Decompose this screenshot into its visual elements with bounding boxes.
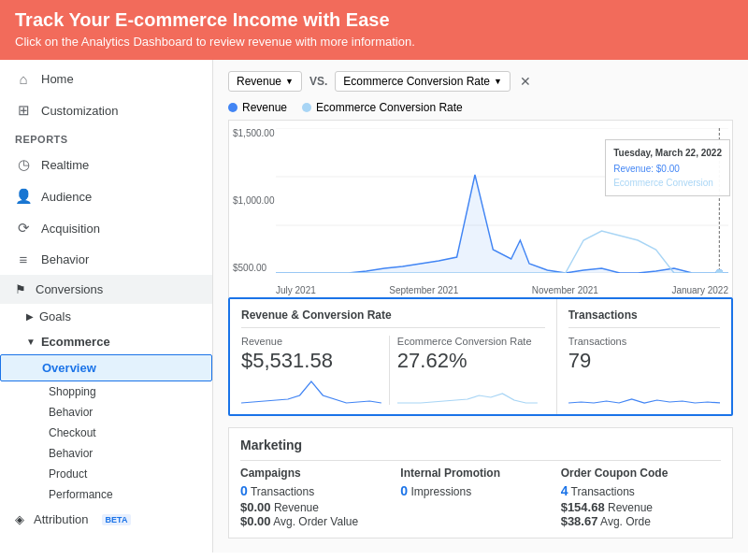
chart-tooltip: Tuesday, March 22, 2022 Revenue: $0.00 E…	[605, 139, 730, 196]
sidebar-item-ecommerce[interactable]: ▼ Ecommerce	[0, 329, 212, 354]
sidebar-item-product[interactable]: Product	[0, 464, 212, 484]
clock-icon: ◷	[15, 156, 32, 173]
stat-transactions-value: 79	[568, 349, 720, 373]
stat-transactions-chart	[568, 377, 720, 405]
sidebar-item-checkout[interactable]: Checkout	[0, 423, 212, 443]
header-title: Track Your E-commerce Income with Ease	[15, 9, 733, 31]
attribution-icon: ◈	[15, 512, 24, 526]
x-label-4: January 2022	[671, 285, 728, 295]
header-banner: Track Your E-commerce Income with Ease C…	[0, 0, 748, 60]
sidebar-item-overview[interactable]: Overview	[0, 354, 212, 381]
internal-impressions: 0 Impressions	[400, 483, 549, 498]
marketing-col-coupon: Order Coupon Code 4 Transactions $154.68…	[561, 467, 721, 528]
revenue-dropdown[interactable]: Revenue ▼	[228, 71, 302, 92]
sidebar-item-conversions[interactable]: ⚑ Conversions	[0, 275, 212, 304]
acquisition-icon: ⟳	[15, 220, 32, 237]
campaigns-label: Campaigns	[240, 467, 389, 480]
marketing-section: Marketing Campaigns 0 Transactions $0.00…	[228, 427, 733, 538]
stats-left-title: Revenue & Conversion Rate	[241, 309, 545, 328]
tooltip-revenue-label: Revenue:	[613, 164, 654, 174]
chart-x-labels: July 2021 September 2021 November 2021 J…	[276, 285, 728, 295]
svg-point-7	[715, 269, 723, 273]
marketing-col-campaigns: Campaigns 0 Transactions $0.00 Revenue $…	[240, 467, 400, 528]
sidebar-item-customization[interactable]: ⊞ Customization	[0, 94, 212, 126]
sidebar-item-audience[interactable]: 👤 Audience	[0, 180, 212, 212]
coupon-transactions: 4 Transactions	[561, 483, 710, 498]
stats-left: Revenue & Conversion Rate Revenue $5,531…	[230, 299, 557, 414]
campaigns-transactions: 0 Transactions	[240, 483, 389, 498]
close-metric-button[interactable]: ✕	[520, 74, 531, 89]
content-area: Revenue ▼ VS. Ecommerce Conversion Rate …	[213, 60, 748, 553]
marketing-row: Campaigns 0 Transactions $0.00 Revenue $…	[240, 460, 721, 528]
legend-dot-revenue	[228, 103, 237, 112]
ecr-dropdown-arrow: ▼	[494, 77, 502, 86]
vs-label: VS.	[309, 75, 327, 88]
tooltip-ecommerce: Ecommerce Conversion	[613, 176, 722, 190]
coupon-avg: $38.67 Avg. Orde	[561, 514, 710, 528]
tooltip-date: Tuesday, March 22, 2022	[613, 146, 722, 160]
sidebar-item-attribution[interactable]: ◈ Attribution BETA	[0, 505, 212, 534]
stat-ecr-label: Ecommerce Conversion Rate	[397, 336, 538, 347]
reports-section-label: REPORTS	[0, 126, 212, 149]
stat-transactions-label: Transactions	[568, 336, 720, 347]
coupon-revenue: $154.68 Revenue	[561, 500, 710, 514]
chart-legend: Revenue Ecommerce Conversion Rate	[228, 101, 733, 114]
home-icon: ⌂	[15, 71, 32, 87]
sidebar-item-goals[interactable]: ▶ Goals	[0, 304, 212, 329]
stat-ecr-value: 27.62%	[397, 349, 538, 373]
campaigns-avg: $0.00 Avg. Order Value	[240, 514, 389, 528]
marketing-col-internal: Internal Promotion 0 Impressions	[400, 467, 560, 528]
sidebar-item-home[interactable]: ⌂ Home	[0, 64, 212, 94]
sidebar-item-shopping[interactable]: Shopping	[0, 381, 212, 402]
main-layout: ⌂ Home ⊞ Customization REPORTS ◷ Realtim…	[0, 60, 748, 553]
ecommerce-arrow-icon: ▼	[26, 337, 36, 347]
goals-arrow-icon: ▶	[26, 311, 34, 322]
sidebar-item-behavior-sub[interactable]: Behavior	[0, 402, 212, 423]
campaigns-revenue: $0.00 Revenue	[240, 500, 389, 514]
legend-dot-ecr	[302, 103, 311, 112]
stats-right: Transactions Transactions 79	[557, 299, 731, 414]
legend-revenue: Revenue	[228, 101, 287, 114]
sidebar-item-realtime[interactable]: ◷ Realtime	[0, 149, 212, 180]
stat-card-revenue: Revenue $5,531.58	[241, 336, 390, 405]
y-label-1: $1,500.00	[233, 128, 275, 138]
beta-badge: BETA	[102, 514, 132, 525]
stats-cards: Revenue $5,531.58 Ecommerce Conversion R…	[241, 336, 545, 405]
sidebar-item-acquisition[interactable]: ⟳ Acquisition	[0, 212, 212, 244]
legend-ecr: Ecommerce Conversion Rate	[302, 101, 463, 114]
tooltip-ecommerce-label: Ecommerce Conversion	[613, 178, 713, 188]
stat-revenue-label: Revenue	[241, 336, 381, 347]
stat-card-transactions: Transactions 79	[568, 336, 720, 405]
y-label-2: $1,000.00	[233, 195, 275, 206]
x-label-3: November 2021	[532, 285, 598, 295]
tooltip-revenue-value: $0.00	[656, 164, 680, 174]
behavior-icon: ≡	[15, 251, 32, 267]
coupon-label: Order Coupon Code	[561, 467, 710, 480]
stat-card-ecr: Ecommerce Conversion Rate 27.62%	[397, 336, 545, 405]
chart-y-labels: $1,500.00 $1,000.00 $500.00	[233, 128, 275, 273]
sidebar-item-behavior[interactable]: ≡ Behavior	[0, 244, 212, 275]
stat-revenue-value: $5,531.58	[241, 349, 381, 373]
sidebar-item-performance[interactable]: Performance	[0, 484, 212, 505]
flag-icon: ⚑	[15, 282, 26, 296]
grid-icon: ⊞	[15, 102, 32, 119]
x-label-1: July 2021	[276, 285, 316, 295]
person-icon: 👤	[15, 188, 32, 205]
header-subtitle: Click on the Analytics Dashboard to revi…	[15, 35, 733, 49]
x-label-2: September 2021	[389, 285, 458, 295]
metric-controls: Revenue ▼ VS. Ecommerce Conversion Rate …	[228, 71, 733, 92]
revenue-dropdown-arrow: ▼	[285, 77, 294, 86]
y-label-3: $500.00	[233, 263, 275, 273]
stats-right-title: Transactions	[568, 309, 720, 328]
chart-container: $1,500.00 $1,000.00 $500.00	[228, 120, 733, 297]
stat-revenue-chart	[241, 377, 381, 405]
stats-section: Revenue & Conversion Rate Revenue $5,531…	[228, 297, 733, 416]
sidebar: ⌂ Home ⊞ Customization REPORTS ◷ Realtim…	[0, 60, 213, 553]
sidebar-item-behavior-sub2[interactable]: Behavior	[0, 443, 212, 464]
stat-ecr-chart	[397, 377, 538, 405]
marketing-title: Marketing	[240, 438, 721, 452]
ecr-dropdown[interactable]: Ecommerce Conversion Rate ▼	[335, 71, 511, 92]
tooltip-revenue: Revenue: $0.00	[613, 162, 722, 176]
internal-label: Internal Promotion	[400, 467, 549, 480]
